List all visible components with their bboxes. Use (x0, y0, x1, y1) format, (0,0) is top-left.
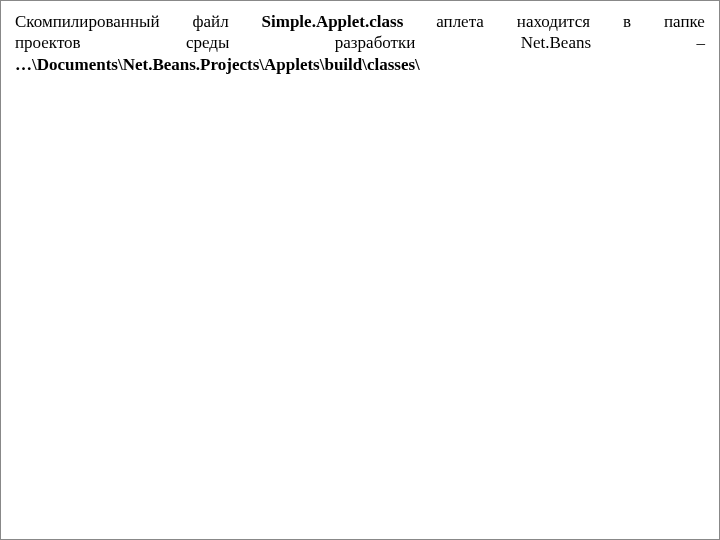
word: файл (192, 11, 228, 32)
word: – (696, 32, 705, 53)
word: папке (664, 11, 705, 32)
file-path-bold: …\Documents\Net.Beans.Projects\Applets\b… (15, 55, 420, 74)
word: проектов (15, 32, 81, 53)
text-line-1: Скомпилированный файл Simple.Applet.clas… (15, 11, 705, 32)
word: в (623, 11, 631, 32)
word: находится (517, 11, 590, 32)
word: разработки (335, 32, 416, 53)
word: аплета (436, 11, 484, 32)
filename-bold: Simple.Applet.class (262, 11, 404, 32)
text-line-3: …\Documents\Net.Beans.Projects\Applets\b… (15, 54, 705, 75)
text-line-2: проектов среды разработки Net.Beans – (15, 32, 705, 53)
document-paragraph: Скомпилированный файл Simple.Applet.clas… (15, 11, 705, 75)
word: среды (186, 32, 229, 53)
word: Net.Beans (521, 32, 591, 53)
word: Скомпилированный (15, 11, 160, 32)
